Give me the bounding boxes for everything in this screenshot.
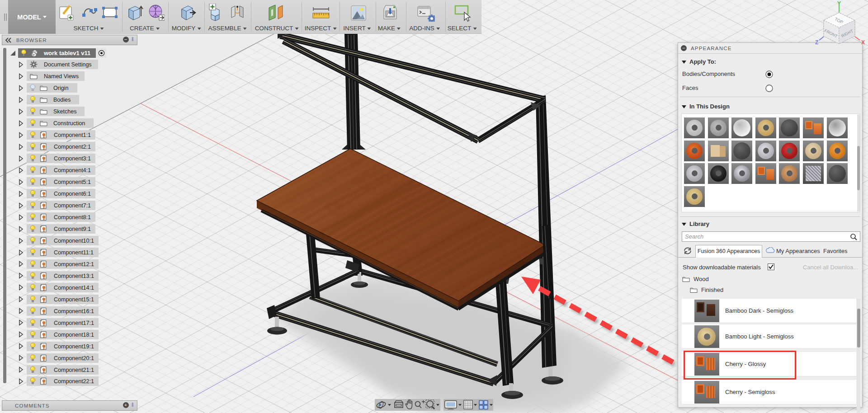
svg-text:X: X <box>861 39 865 45</box>
svg-text:Z: Z <box>815 39 818 45</box>
svg-text:Y: Y <box>837 0 841 7</box>
